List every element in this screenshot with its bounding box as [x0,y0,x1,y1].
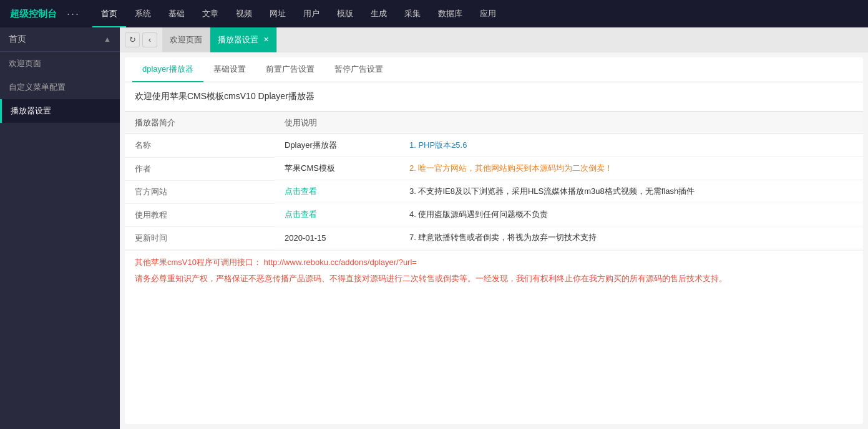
note-section: 其他苹果cmsV10程序可调用接口： http://www.reboku.cc/… [125,250,863,291]
content-area: ↻ ‹ 欢迎页面 播放器设置 ✕ dplayer播放器 基础设置 前置广告设置 … [120,27,868,429]
subtab-pre-ad[interactable]: 前置广告设置 [256,57,324,82]
table-row: 名称Dplayer播放器1. PHP版本≥5.6 [125,134,863,158]
row-content: Dplayer播放器1. PHP版本≥5.6 [275,134,863,157]
row-label: 使用教程 [125,203,275,226]
row-content: 点击查看4. 使用盗版源码遇到任何问题概不负责 [275,203,863,226]
welcome-section: 欢迎使用苹果CMS模板cmsV10 Dplayer播放器 [125,82,863,112]
table-header-row: 播放器简介 使用说明 [125,112,863,134]
nav-item-article[interactable]: 文章 [193,0,227,27]
table-row: 官方网站点击查看3. 不支持IE8及以下浏览器，采用HLS流媒体播放m3u8格式… [125,180,863,203]
dots-icon: ··· [67,7,80,21]
table-row: 更新时间2020-01-157. 肆意散播转售或者倒卖，将视为放弃一切技术支持 [125,226,863,249]
row-content: 苹果CMS模板2. 唯一官方网站，其他网站购买到本源码均为二次倒卖！ [275,157,863,180]
sidebar-header: 首页 ▲ [0,27,120,52]
table-row: 作者苹果CMS模板2. 唯一官方网站，其他网站购买到本源码均为二次倒卖！ [125,157,863,180]
row-content: 点击查看3. 不支持IE8及以下浏览器，采用HLS流媒体播放m3u8格式视频，无… [275,180,863,203]
note1: 其他苹果cmsV10程序可调用接口： http://www.reboku.cc/… [135,257,853,268]
nav-item-url[interactable]: 网址 [261,0,295,27]
nav-item-generate[interactable]: 生成 [362,0,396,27]
info-table: 播放器简介 使用说明 名称Dplayer播放器1. PHP版本≥5.6作者苹果C… [125,112,863,250]
tab-player-settings[interactable]: 播放器设置 ✕ [210,27,277,52]
chevron-up-icon: ▲ [104,35,111,44]
note1-link[interactable]: http://www.reboku.cc/addons/dplayer/?url… [264,258,417,267]
col1-header: 播放器简介 [125,112,275,134]
table-row: 使用教程点击查看4. 使用盗版源码遇到任何问题概不负责 [125,203,863,226]
nav-item-video[interactable]: 视频 [227,0,261,27]
col2-header: 使用说明 [275,112,863,134]
sidebar: 首页 ▲ 欢迎页面 自定义菜单配置 播放器设置 [0,27,120,429]
nav-item-user[interactable]: 用户 [295,0,328,27]
back-button[interactable]: ‹ [142,32,157,47]
sidebar-item-welcome[interactable]: 欢迎页面 [0,52,120,75]
tab-welcome[interactable]: 欢迎页面 [162,27,210,52]
row-content: 2020-01-157. 肆意散播转售或者倒卖，将视为放弃一切技术支持 [275,226,863,249]
close-icon[interactable]: ✕ [263,36,269,44]
sidebar-item-menu-config[interactable]: 自定义菜单配置 [0,75,120,99]
subtab-dplayer[interactable]: dplayer播放器 [132,57,203,82]
welcome-message: 欢迎使用苹果CMS模板cmsV10 Dplayer播放器 [135,91,315,101]
sidebar-item-player-settings[interactable]: 播放器设置 [0,99,120,123]
nav-item-database[interactable]: 数据库 [429,0,471,27]
tab-bar-controls: ↻ ‹ [125,32,157,47]
note2: 请务必尊重知识产权，严格保证不恶意传播产品源码、不得直接对源码进行二次转售或倒卖… [135,273,853,284]
nav-item-collect[interactable]: 采集 [396,0,429,27]
row-label: 更新时间 [125,226,275,249]
inner-content: dplayer播放器 基础设置 前置广告设置 暂停广告设置 欢迎使用苹果CMS模… [125,57,863,424]
row-label: 作者 [125,157,275,180]
nav-items: 首页 系统 基础 文章 视频 网址 用户 模版 生成 采集 数据库 应用 [92,0,505,27]
top-navigation: 超级控制台 ··· 首页 系统 基础 文章 视频 网址 用户 模版 生成 采集 … [0,0,868,27]
subtab-basic[interactable]: 基础设置 [203,57,256,82]
tab-player-settings-label: 播放器设置 [218,34,258,46]
nav-item-basic[interactable]: 基础 [160,0,193,27]
nav-item-template[interactable]: 模版 [328,0,362,27]
tab-bar: ↻ ‹ 欢迎页面 播放器设置 ✕ [120,27,868,52]
nav-item-app[interactable]: 应用 [471,0,505,27]
row-label: 名称 [125,134,275,158]
nav-item-system[interactable]: 系统 [126,0,160,27]
subtab-pause-ad[interactable]: 暂停广告设置 [324,57,393,82]
sidebar-title: 首页 [9,34,26,45]
main-area: 首页 ▲ 欢迎页面 自定义菜单配置 播放器设置 ↻ ‹ 欢迎页面 播放器设置 ✕ [0,27,868,429]
tab-welcome-label: 欢迎页面 [170,34,202,46]
row-label: 官方网站 [125,180,275,203]
refresh-button[interactable]: ↻ [125,32,140,47]
nav-item-home[interactable]: 首页 [92,0,126,27]
note1-prefix: 其他苹果cmsV10程序可调用接口： [135,258,261,267]
brand-label: 超级控制台 [10,8,57,20]
sub-tabs: dplayer播放器 基础设置 前置广告设置 暂停广告设置 [125,57,863,82]
